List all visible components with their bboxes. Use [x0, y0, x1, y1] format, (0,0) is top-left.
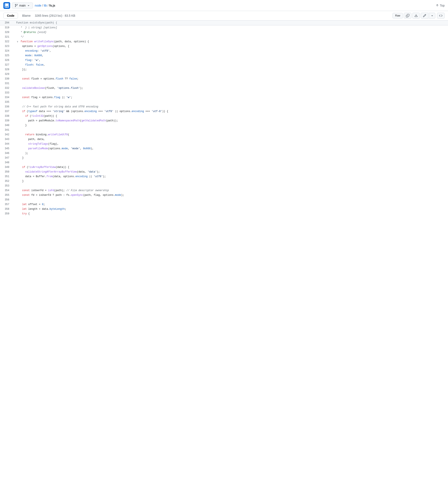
- table-row: 357 let offset = 0;: [0, 202, 448, 207]
- line-number: 347: [0, 156, 13, 160]
- table-row: 334 const flag = options.flag || 'w';: [0, 95, 448, 100]
- symbols-button[interactable]: [437, 13, 445, 19]
- edit-dropdown-button[interactable]: [429, 13, 435, 19]
- header-line-number: 294: [0, 21, 13, 24]
- breadcrumb-lib[interactable]: lib: [44, 4, 47, 7]
- table-row: 320 * @returns {void}: [0, 30, 448, 35]
- line-content: encoding: 'utf8',: [13, 49, 448, 53]
- line-number: 322: [0, 39, 13, 44]
- table-row: 328 });: [0, 67, 448, 72]
- line-content: path = pathModule.toNamespacedPath(getVa…: [13, 118, 448, 123]
- line-number: 348: [0, 160, 13, 165]
- line-content: }: [13, 123, 448, 128]
- table-row: 324 encoding: 'utf8',: [0, 49, 448, 53]
- breadcrumb-current-file: fs.js: [49, 4, 55, 7]
- line-content: }: [13, 179, 448, 184]
- edit-button[interactable]: [421, 13, 428, 19]
- toolbar: Code Blame 3265 lines (2913 loc) · 83.5 …: [0, 11, 448, 21]
- line-number: 342: [0, 132, 13, 137]
- line-content: * @returns {void}: [13, 30, 448, 35]
- table-row: 344 stringToFlags(flag),: [0, 142, 448, 146]
- line-content: data = Buffer.from(data, options.encodin…: [13, 174, 448, 179]
- table-row: 349 if (!isArrayBufferView(data)) {: [0, 165, 448, 170]
- table-row: 345 parseFileMode(options.mode, 'mode', …: [0, 146, 448, 151]
- line-number: 319: [0, 25, 13, 30]
- breadcrumb-separator-1: /: [42, 4, 43, 7]
- line-number: 327: [0, 63, 13, 67]
- branch-label: main: [19, 4, 25, 7]
- table-row: 338 if (!isInt32(path)) {: [0, 114, 448, 118]
- line-number: 334: [0, 95, 13, 100]
- line-content: });: [13, 67, 448, 72]
- table-row: 353: [0, 184, 448, 188]
- line-content: try {: [13, 211, 448, 216]
- top-bar: main node / lib / fs.js Top: [0, 0, 448, 11]
- line-content: [13, 72, 448, 77]
- line-number: 343: [0, 137, 13, 142]
- table-row: 321 */: [0, 35, 448, 39]
- fold-button-322[interactable]: ∨: [16, 41, 19, 43]
- line-number: 353: [0, 184, 13, 188]
- line-content: [13, 184, 448, 188]
- line-content: const fd = isUserFd ? path : fs.openSync…: [13, 193, 448, 197]
- breadcrumb-separator-2: /: [48, 4, 48, 7]
- download-button[interactable]: [412, 13, 420, 19]
- line-number: 355: [0, 193, 13, 197]
- table-row: 336 // C++ fast path for string data and…: [0, 105, 448, 109]
- line-number: 337: [0, 109, 13, 114]
- line-content: let length = data.byteLength;: [13, 207, 448, 211]
- code-tab[interactable]: Code: [3, 13, 18, 19]
- table-row: 322 ∨ function writeFileSync(path, data,…: [0, 39, 448, 44]
- table-row: 352 }: [0, 179, 448, 184]
- table-row: 335: [0, 100, 448, 105]
- line-number: 354: [0, 188, 13, 193]
- repo-icon: [3, 2, 10, 9]
- line-number: 331: [0, 81, 13, 86]
- line-content: parseFileMode(options.mode, 'mode', 0o66…: [13, 146, 448, 151]
- line-content: if (typeof data === 'string' && (options…: [13, 109, 448, 114]
- line-number: 320: [0, 30, 13, 35]
- table-row: 348: [0, 160, 448, 165]
- line-content: // C++ fast path for string data and UTF…: [13, 105, 448, 109]
- copy-button[interactable]: [404, 13, 411, 19]
- blame-tab[interactable]: Blame: [21, 13, 32, 18]
- breadcrumb-node[interactable]: node: [35, 4, 41, 7]
- line-content: validateStringAfterArrayBufferView(data,…: [13, 170, 448, 174]
- top-bar-left: main node / lib / fs.js: [3, 2, 55, 9]
- line-number: 335: [0, 100, 13, 105]
- line-number: 356: [0, 197, 13, 202]
- table-row: 347 }: [0, 156, 448, 160]
- line-content: [13, 100, 448, 105]
- branch-selector[interactable]: main: [12, 2, 33, 8]
- line-content: [13, 160, 448, 165]
- line-number: 350: [0, 170, 13, 174]
- line-content: }: [13, 156, 448, 160]
- table-row: 350 validateStringAfterArrayBufferView(d…: [0, 170, 448, 174]
- toolbar-right: Raw: [392, 13, 445, 19]
- line-number: 321: [0, 35, 13, 39]
- top-link[interactable]: Top: [436, 4, 445, 7]
- header-line-content: function existsSync(path) {: [13, 21, 57, 24]
- line-content: ∨ function writeFileSync(path, data, opt…: [13, 39, 448, 44]
- line-number: 323: [0, 44, 13, 49]
- line-content: if (!isArrayBufferView(data)) {: [13, 165, 448, 170]
- line-content: path, data,: [13, 137, 448, 142]
- line-content: */: [13, 35, 448, 39]
- line-number: 340: [0, 123, 13, 128]
- line-content: return binding.writeFileUtf8(: [13, 132, 448, 137]
- raw-button[interactable]: Raw: [392, 13, 403, 18]
- file-info: 3265 lines (2913 loc) · 83.5 KB: [35, 14, 75, 17]
- table-row: 358 let length = data.byteLength;: [0, 207, 448, 211]
- code-header-line: 294 function existsSync(path) {: [0, 21, 448, 25]
- line-content: );: [13, 151, 448, 156]
- line-content: if (!isInt32(path)) {: [13, 114, 448, 118]
- table-row: 342 return binding.writeFileUtf8(: [0, 132, 448, 137]
- table-row: 337 if (typeof data === 'string' && (opt…: [0, 109, 448, 114]
- line-number: 357: [0, 202, 13, 207]
- line-number: 330: [0, 77, 13, 81]
- table-row: 339 path = pathModule.toNamespacedPath(g…: [0, 118, 448, 123]
- top-link-label: Top: [440, 4, 445, 7]
- line-content: [13, 81, 448, 86]
- line-number: 338: [0, 114, 13, 118]
- table-row: 333: [0, 90, 448, 95]
